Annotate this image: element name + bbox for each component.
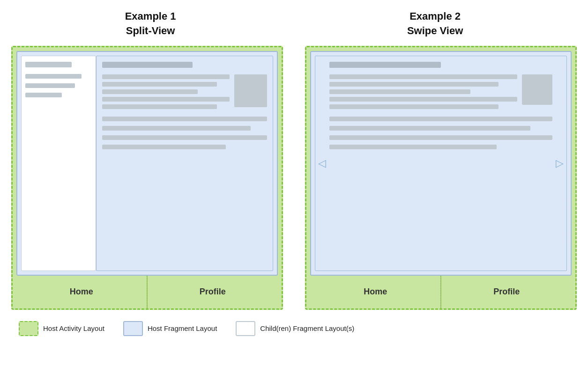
swipe-content-title bbox=[329, 62, 441, 68]
split-view-inner bbox=[21, 56, 273, 271]
example2-profile-nav[interactable]: Profile bbox=[441, 276, 572, 308]
swipe-text-7 bbox=[329, 126, 530, 131]
example2-host-fragment: ◁ bbox=[310, 51, 572, 276]
legend-host-activity-label: Host Activity Layout bbox=[43, 324, 104, 332]
example1-title: Example 1 Split-View bbox=[125, 9, 176, 38]
text-bar-9 bbox=[102, 145, 226, 149]
swipe-text-8 bbox=[329, 135, 552, 140]
sidebar-item-3 bbox=[25, 83, 75, 88]
sidebar-item-1 bbox=[25, 62, 72, 67]
legend-white-box bbox=[236, 321, 255, 336]
content-title bbox=[102, 62, 193, 68]
legend-child-fragment-label: Child(ren) Fragment Layout(s) bbox=[260, 324, 354, 332]
legend-blue-box bbox=[123, 321, 143, 336]
content-text-col bbox=[102, 74, 230, 112]
text-bar-3 bbox=[102, 89, 198, 94]
split-sidebar bbox=[21, 56, 96, 271]
swipe-text-6 bbox=[329, 117, 552, 121]
legend-host-fragment: Host Fragment Layout bbox=[123, 321, 217, 336]
text-bar-6 bbox=[102, 117, 267, 121]
swipe-left-arrow[interactable]: ◁ bbox=[318, 157, 326, 169]
text-bar-4 bbox=[102, 97, 230, 102]
legend-host-fragment-label: Host Fragment Layout bbox=[148, 324, 217, 332]
titles-row: Example 1 Split-View Example 2 Swipe Vie… bbox=[9, 9, 579, 38]
sidebar-item-2 bbox=[25, 74, 82, 79]
example1-profile-nav[interactable]: Profile bbox=[148, 276, 278, 308]
swipe-text-9 bbox=[329, 145, 497, 149]
text-bar-2 bbox=[102, 82, 217, 87]
legend: Host Activity Layout Host Fragment Layou… bbox=[9, 321, 579, 336]
examples-row: Home Profile ◁ bbox=[9, 46, 579, 310]
split-content bbox=[96, 56, 273, 271]
example2-host-activity: ◁ bbox=[305, 46, 577, 310]
swipe-text-3 bbox=[329, 89, 470, 94]
legend-child-fragment: Child(ren) Fragment Layout(s) bbox=[236, 321, 354, 336]
page-wrapper: Example 1 Split-View Example 2 Swipe Vie… bbox=[9, 9, 579, 336]
legend-host-activity: Host Activity Layout bbox=[19, 321, 104, 336]
example1-host-fragment bbox=[16, 51, 278, 276]
swipe-text-4 bbox=[329, 97, 517, 102]
legend-green-box bbox=[19, 321, 38, 336]
swipe-right-arrow[interactable]: ▷ bbox=[556, 157, 564, 169]
example2-home-nav[interactable]: Home bbox=[310, 276, 440, 308]
swipe-content-section bbox=[329, 74, 552, 112]
content-section-1 bbox=[102, 74, 267, 112]
example2-bottom-nav: Home Profile bbox=[310, 276, 572, 308]
example2-container: ◁ bbox=[305, 46, 577, 310]
text-bar-1 bbox=[102, 74, 230, 79]
example1-container: Home Profile bbox=[11, 46, 283, 310]
swipe-image bbox=[522, 74, 552, 105]
example1-host-activity: Home Profile bbox=[11, 46, 283, 310]
example1-home-nav[interactable]: Home bbox=[16, 276, 147, 308]
sidebar-item-4 bbox=[25, 93, 62, 97]
swipe-text-col bbox=[329, 74, 517, 112]
swipe-text-1 bbox=[329, 74, 517, 79]
text-bar-8 bbox=[102, 135, 267, 140]
content-image bbox=[234, 74, 267, 107]
swipe-text-2 bbox=[329, 82, 499, 87]
swipe-view-inner: ◁ bbox=[315, 56, 567, 271]
example1-bottom-nav: Home Profile bbox=[16, 276, 278, 308]
swipe-text-5 bbox=[329, 104, 499, 109]
example2-title: Example 2 Swipe View bbox=[407, 9, 463, 38]
text-bar-7 bbox=[102, 126, 251, 131]
text-bar-5 bbox=[102, 104, 217, 109]
